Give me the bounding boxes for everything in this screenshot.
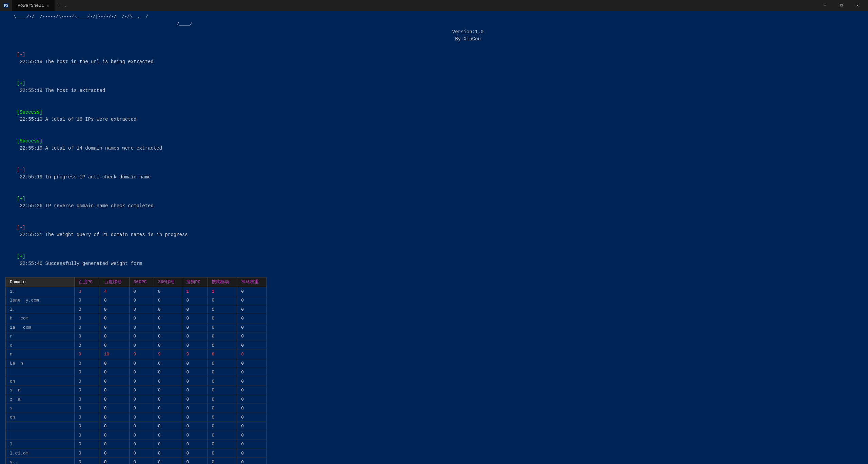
- table-row: n 9 10 9 9 9 8 8: [6, 350, 267, 359]
- log-line-7: [+] 22:55:46 Successfully generated weig…: [5, 246, 863, 274]
- domain-cell: s: [6, 404, 75, 413]
- tab-bar: PowerShell ✕ + ⌄: [12, 0, 68, 11]
- powershell-tab[interactable]: PowerShell ✕: [12, 0, 55, 11]
- log-line-0: [-] 22:55:19 The host in the url is bein…: [5, 44, 863, 73]
- col-baidu-mobile: 百度移动: [100, 277, 129, 287]
- terminal-window[interactable]: \____/-/ /-----/\----/\____/-/|\-/-/-/ /…: [0, 11, 868, 464]
- table-row: i. 3 4 0 0 1 1 0: [6, 287, 267, 296]
- log-line-2: [Success] 22:55:19 A total of 16 IPs wer…: [5, 102, 863, 130]
- table-row: 0000000: [6, 422, 267, 431]
- log-line-1: [+] 22:55:19 The host is extracted: [5, 73, 863, 101]
- baidu-mobile-cell: 10: [100, 350, 129, 359]
- table-row: on 0000000: [6, 377, 267, 386]
- table-row: o 0000000: [6, 341, 267, 350]
- col-sogou-mobile: 搜狗移动: [208, 277, 237, 287]
- table-row: s n 0000000: [6, 386, 267, 395]
- col-360-pc: 360PC: [129, 277, 154, 287]
- table-row: r 0000000: [6, 332, 267, 341]
- svg-text:PS: PS: [4, 4, 8, 7]
- log-line-6: [-] 22:55:31 The weight query of 21 doma…: [5, 217, 863, 246]
- domain-cell: r: [6, 332, 75, 341]
- tab-label: PowerShell: [18, 3, 44, 8]
- table-row: h com 0000000: [6, 314, 267, 323]
- shenma-cell: 0: [237, 287, 267, 296]
- titlebar: PS PowerShell ✕ + ⌄ — ⧉ ✕: [0, 0, 868, 11]
- table-row: z a 0000000: [6, 395, 267, 404]
- table-row: 0000000: [6, 368, 267, 377]
- table-row: y-. 0000000: [6, 458, 267, 464]
- close-button[interactable]: ✕: [850, 0, 865, 11]
- domain-cell: i.: [6, 287, 75, 296]
- table-row: l 0000000: [6, 440, 267, 449]
- version-line2: By:XiuGou: [73, 36, 863, 43]
- col-domain: Domain: [6, 277, 75, 287]
- sogou-pc-cell: 1: [182, 287, 208, 296]
- maximize-button[interactable]: ⧉: [833, 0, 849, 11]
- domain-cell: [6, 431, 75, 440]
- 360-mobile-cell: 0: [154, 287, 182, 296]
- domain-cell: [6, 368, 75, 377]
- domain-cell: on: [6, 413, 75, 422]
- baidu-pc-cell: 3: [74, 287, 100, 296]
- domain-cell: Le n: [6, 359, 75, 368]
- sogou-pc-cell: 9: [182, 350, 208, 359]
- 360-pc-cell: 0: [129, 287, 154, 296]
- ascii-art-line1: \____/-/ /-----/\----/\____/-/|\-/-/-/ /…: [5, 14, 863, 20]
- table-row: lene y.com 0000000: [6, 296, 267, 305]
- domain-cell: l.: [6, 305, 75, 314]
- baidu-mobile-cell: 4: [100, 287, 129, 296]
- close-tab-icon[interactable]: ✕: [47, 3, 49, 8]
- domain-cell: ia com: [6, 323, 75, 332]
- col-360-mobile: 360移动: [154, 277, 182, 287]
- sogou-mobile-cell: 8: [208, 350, 237, 359]
- domain-cell: y-.: [6, 458, 75, 464]
- domain-cell: l.ci.om: [6, 449, 75, 458]
- domain-cell: l: [6, 440, 75, 449]
- baidu-pc-cell: 9: [74, 350, 100, 359]
- table-row: on 0000000: [6, 413, 267, 422]
- tab-dropdown-button[interactable]: ⌄: [63, 2, 68, 9]
- domain-cell: o: [6, 341, 75, 350]
- domain-cell: s n: [6, 386, 75, 395]
- shenma-cell: 8: [237, 350, 267, 359]
- col-shenma: 神马权重: [237, 277, 267, 287]
- table-row: ia com 0000000: [6, 323, 267, 332]
- domain-cell: on: [6, 377, 75, 386]
- domain-cell: h com: [6, 314, 75, 323]
- domain-cell: n: [6, 350, 75, 359]
- sogou-mobile-cell: 1: [208, 287, 237, 296]
- 360-pc-cell: 9: [129, 350, 154, 359]
- domain-cell: [6, 422, 75, 431]
- col-sogou-pc: 搜狗PC: [182, 277, 208, 287]
- app-icon: PS: [3, 2, 9, 9]
- window-controls: — ⧉ ✕: [817, 0, 865, 11]
- weight-table: Domain 百度PC 百度移动 360PC 360移动 搜狗PC 搜狗移动 神…: [5, 277, 267, 464]
- 360-mobile-cell: 9: [154, 350, 182, 359]
- new-tab-button[interactable]: +: [55, 1, 63, 10]
- version-line1: Version:1.0: [73, 28, 863, 36]
- weight-table-header: Domain 百度PC 百度移动 360PC 360移动 搜狗PC 搜狗移动 神…: [6, 277, 267, 287]
- table-row: s 0000000: [6, 404, 267, 413]
- col-baidu-pc: 百度PC: [74, 277, 100, 287]
- table-row: l. 0000000: [6, 305, 267, 314]
- ascii-art-line2: /____/: [134, 21, 863, 27]
- table-row: Le n 0000000: [6, 359, 267, 368]
- log-line-5: [+] 22:55:26 IP reverse domain name chec…: [5, 188, 863, 217]
- domain-cell: z a: [6, 395, 75, 404]
- table-row: 0000000: [6, 431, 267, 440]
- table-row: l.ci.om 0000000: [6, 449, 267, 458]
- minimize-button[interactable]: —: [817, 0, 833, 11]
- log-line-4: [-] 22:55:19 In progress IP anti-check d…: [5, 159, 863, 188]
- domain-cell: lene y.com: [6, 296, 75, 305]
- log-line-3: [Success] 22:55:19 A total of 14 domain …: [5, 131, 863, 159]
